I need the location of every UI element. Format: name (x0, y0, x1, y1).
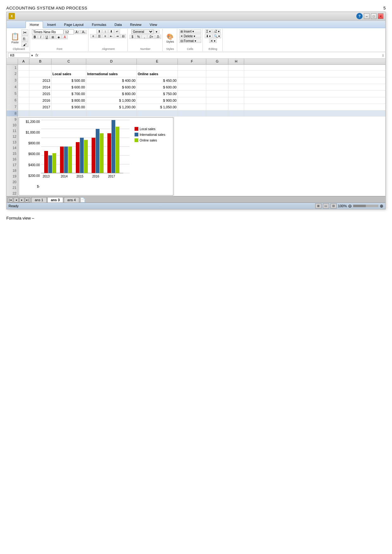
tab-page-layout[interactable]: Page Layout (60, 21, 88, 28)
cell-b2[interactable] (29, 71, 51, 77)
styles-button[interactable]: 🎨 Styles (165, 32, 176, 44)
cell-f3[interactable] (178, 77, 206, 84)
page-layout-view-button[interactable]: ▭ (323, 203, 329, 208)
close-button[interactable]: ✕ (378, 13, 383, 19)
increase-font-button[interactable]: A↑ (74, 30, 81, 34)
autosum-button[interactable]: Σ ▾ (205, 29, 212, 33)
restore-button[interactable]: □ (371, 13, 377, 19)
cell-a1[interactable] (18, 65, 29, 70)
cell-h8[interactable] (228, 111, 244, 116)
cell-c3[interactable]: $ 500.00 (51, 77, 86, 84)
normal-view-button[interactable]: ⊞ (315, 203, 322, 208)
cell-b6[interactable]: 2016 (29, 97, 51, 104)
cell-c8[interactable] (51, 111, 86, 116)
cell-c4[interactable]: $ 600.00 (51, 84, 86, 90)
cell-d3[interactable]: $ 400.00 (86, 77, 137, 84)
tab-insert[interactable]: Insert (43, 21, 60, 28)
cell-h4[interactable] (228, 84, 244, 90)
tab-review[interactable]: Review (126, 21, 146, 28)
sheet-first-button[interactable]: |◂ (8, 197, 13, 202)
zoom-out-button[interactable]: ⊖ (348, 203, 352, 208)
cell-g8[interactable] (206, 111, 228, 116)
cell-d4[interactable]: $ 600.00 (86, 84, 137, 90)
percent-button[interactable]: % (136, 35, 141, 39)
paste-button[interactable]: 📋 Paste (9, 32, 21, 45)
cell-e5[interactable]: $ 750.00 (137, 91, 178, 97)
font-size-input[interactable] (64, 29, 74, 34)
cell-h5[interactable] (228, 91, 244, 97)
cell-b8[interactable] (29, 111, 51, 116)
bold-button[interactable]: B (32, 35, 38, 39)
tab-view[interactable]: View (146, 21, 161, 28)
align-left-button[interactable]: ≡ (90, 34, 96, 38)
cell-a2[interactable] (18, 71, 29, 77)
cell-c5[interactable]: $ 700.00 (51, 91, 86, 97)
col-header-d[interactable]: D (86, 59, 137, 64)
font-color-button[interactable]: A (62, 35, 68, 39)
find-button[interactable]: 🔍 ▾ (213, 34, 221, 38)
currency-button[interactable]: $ (130, 35, 135, 39)
sheet-last-button[interactable]: ▸| (25, 197, 30, 202)
cell-g6[interactable] (206, 97, 228, 104)
col-header-e[interactable]: E (137, 59, 178, 64)
cell-e7[interactable]: $ 1,050.00 (137, 104, 178, 110)
decrease-decimal-button[interactable]: .0- (155, 35, 161, 39)
increase-decimal-button[interactable]: .0+ (148, 35, 154, 39)
underline-button[interactable]: U (44, 35, 50, 39)
comma-button[interactable]: , (142, 35, 147, 39)
cell-a4[interactable] (18, 84, 29, 90)
cell-h7[interactable] (228, 104, 244, 110)
cell-ref-input[interactable] (8, 53, 30, 58)
cell-d1[interactable] (86, 65, 137, 70)
cell-d5[interactable]: $ 800.00 (86, 91, 137, 97)
tab-data[interactable]: Data (110, 21, 126, 28)
clear-button[interactable]: ✕ ▾ (209, 39, 217, 43)
format-painter-button[interactable]: 🖌 (21, 42, 28, 47)
col-header-c[interactable]: C (51, 59, 86, 64)
cell-g3[interactable] (206, 77, 228, 84)
cell-b5[interactable]: 2015 (29, 91, 51, 97)
cell-e4[interactable]: $ 600.00 (137, 84, 178, 90)
align-middle-button[interactable]: ↕ (102, 29, 108, 33)
cut-button[interactable]: ✂ (21, 29, 28, 36)
number-format-select[interactable]: General Number Currency (131, 29, 154, 34)
col-header-f[interactable]: F (178, 59, 206, 64)
cell-a3[interactable] (18, 77, 29, 84)
cell-e8[interactable] (137, 111, 178, 116)
sheet-next-button[interactable]: ▸ (19, 197, 24, 202)
wrap-text-button[interactable]: ↵ (114, 29, 120, 33)
cell-d2[interactable]: International sales (86, 71, 137, 77)
minimize-button[interactable]: – (364, 13, 370, 19)
border-button[interactable]: ⊞ (50, 35, 56, 39)
cell-e2[interactable]: Online sales (137, 71, 178, 77)
cell-f7[interactable] (178, 104, 206, 110)
cell-a7[interactable] (18, 104, 29, 110)
cell-f5[interactable] (178, 91, 206, 97)
insert-cells-button[interactable]: ⊞ Insert ▾ (179, 29, 201, 33)
sheet-tab-ans3[interactable]: ans 3 (47, 197, 63, 202)
cell-e6[interactable]: $ 900.00 (137, 97, 178, 104)
cell-d7[interactable]: $ 1,200.00 (86, 104, 137, 110)
sheet-tab-ans4[interactable]: ans 4 (64, 197, 79, 202)
tab-formulas[interactable]: Formulas (88, 21, 111, 28)
cell-e3[interactable]: $ 450.00 (137, 77, 178, 84)
fill-button[interactable]: ⬇ ▾ (205, 34, 212, 38)
col-header-g[interactable]: G (206, 59, 228, 64)
sort-button[interactable]: ↕Z ▾ (212, 29, 221, 33)
expand-formula-button[interactable]: ▾ (31, 54, 33, 57)
font-name-input[interactable] (32, 29, 63, 34)
number-dropdown-button[interactable]: ▾ (154, 30, 160, 34)
cell-c6[interactable]: $ 800.00 (51, 97, 86, 104)
cell-f1[interactable] (178, 65, 206, 70)
cell-a5[interactable] (18, 91, 29, 97)
tab-home[interactable]: Home (26, 21, 43, 28)
formula-input[interactable] (41, 53, 381, 57)
align-bottom-button[interactable]: ⬇ (108, 29, 114, 33)
sheet-tab-ans1[interactable]: ans 1 (31, 197, 47, 202)
cell-h2[interactable] (228, 71, 244, 77)
decrease-font-button[interactable]: A↓ (81, 30, 87, 34)
cell-g7[interactable] (206, 104, 228, 110)
cell-c1[interactable] (51, 65, 86, 70)
copy-button[interactable]: ⎘ (21, 36, 28, 42)
format-cells-button[interactable]: ⊟ Format ▾ (179, 39, 201, 43)
